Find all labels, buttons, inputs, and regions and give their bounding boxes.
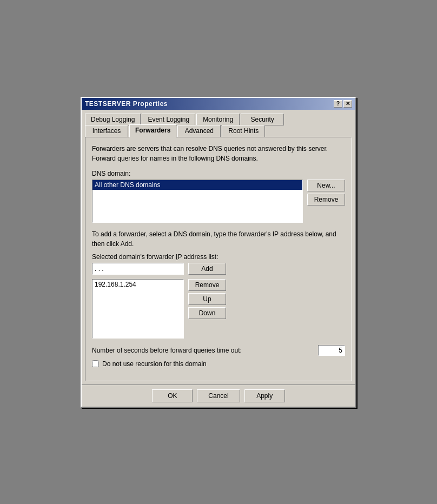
tab-row-1: Debug Logging Event Logging Monitoring S…	[85, 113, 352, 125]
title-bar: TESTSERVER Properties ? ✕	[82, 98, 355, 110]
window-title: TESTSERVER Properties	[85, 100, 168, 108]
dns-list-item-all-other[interactable]: All other DNS domains	[92, 180, 302, 190]
dns-domain-listbox[interactable]: All other DNS domains	[92, 180, 303, 223]
down-button[interactable]: Down	[188, 307, 226, 319]
description-text: Forwarders are servers that can resolve …	[92, 144, 345, 163]
timeout-label: Number of seconds before forward queries…	[92, 347, 314, 354]
tab-forwarders[interactable]: Forwarders	[129, 124, 176, 137]
tab-event-logging[interactable]: Event Logging	[142, 114, 195, 125]
ip-list-item[interactable]: 192.168.1.254	[95, 281, 181, 288]
apply-button[interactable]: Apply	[244, 389, 285, 402]
tab-content-forwarders: Forwarders are servers that can resolve …	[85, 137, 352, 381]
remove-dns-button[interactable]: Remove	[307, 194, 345, 205]
help-button[interactable]: ?	[334, 100, 342, 108]
dns-domain-label: DNS domain:	[92, 170, 345, 177]
forwarder-ip-label: Selected domain's forwarder IP address l…	[92, 253, 345, 261]
ip-address-input[interactable]	[92, 263, 184, 275]
forwarder-ip-section: Add	[92, 263, 345, 275]
add-button[interactable]: Add	[188, 263, 226, 275]
remove-ip-button[interactable]: Remove	[188, 279, 226, 291]
ip-address-listbox[interactable]: 192.168.1.254	[92, 279, 184, 339]
tab-interfaces[interactable]: Interfaces	[85, 125, 128, 138]
tab-rows-container: Debug Logging Event Logging Monitoring S…	[85, 113, 352, 137]
close-button[interactable]: ✕	[343, 100, 352, 108]
recursion-checkbox[interactable]	[92, 360, 99, 367]
checkbox-label: Do not use recursion for this domain	[102, 360, 207, 368]
tab-row-2: Interfaces Forwarders Advanced Root Hint…	[85, 124, 352, 137]
new-button[interactable]: New...	[307, 180, 345, 191]
title-bar-buttons: ? ✕	[334, 100, 352, 108]
tab-debug-logging[interactable]: Debug Logging	[85, 114, 141, 125]
ip-underline: I	[176, 253, 177, 261]
instruction-text: To add a forwarder, select a DNS domain,…	[92, 229, 345, 249]
dialog-body: Debug Logging Event Logging Monitoring S…	[82, 110, 355, 384]
tab-security[interactable]: Security	[241, 114, 284, 125]
timeout-input[interactable]	[318, 345, 345, 356]
dns-domain-section: All other DNS domains New... Remove	[92, 180, 345, 223]
dialog-footer: OK Cancel Apply	[82, 384, 355, 407]
tab-advanced[interactable]: Advanced	[177, 125, 221, 138]
timeout-row: Number of seconds before forward queries…	[92, 345, 345, 356]
cancel-button[interactable]: Cancel	[197, 389, 240, 402]
ip-list-buttons: Remove Up Down	[188, 279, 226, 339]
tab-root-hints[interactable]: Root Hints	[222, 125, 265, 138]
dialog-window: TESTSERVER Properties ? ✕ Debug Logging …	[81, 97, 356, 408]
tab-monitoring[interactable]: Monitoring	[196, 114, 240, 125]
checkbox-row: Do not use recursion for this domain	[92, 360, 345, 368]
up-button[interactable]: Up	[188, 293, 226, 305]
ok-button[interactable]: OK	[152, 389, 193, 402]
dns-buttons: New... Remove	[307, 180, 345, 205]
ip-list-area: 192.168.1.254 Remove Up Down	[92, 279, 345, 339]
